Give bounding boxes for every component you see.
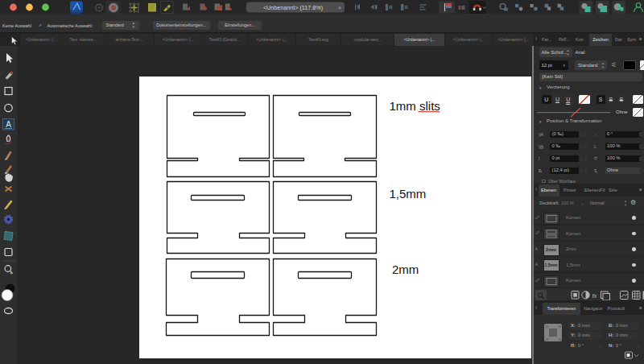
svg-text:fx: fx [592, 292, 597, 300]
svg-text:1mm slits: 1mm slits [390, 99, 440, 113]
svg-text:1,5mm: 1,5mm [390, 187, 427, 201]
svg-text:2mm: 2mm [392, 263, 419, 276]
